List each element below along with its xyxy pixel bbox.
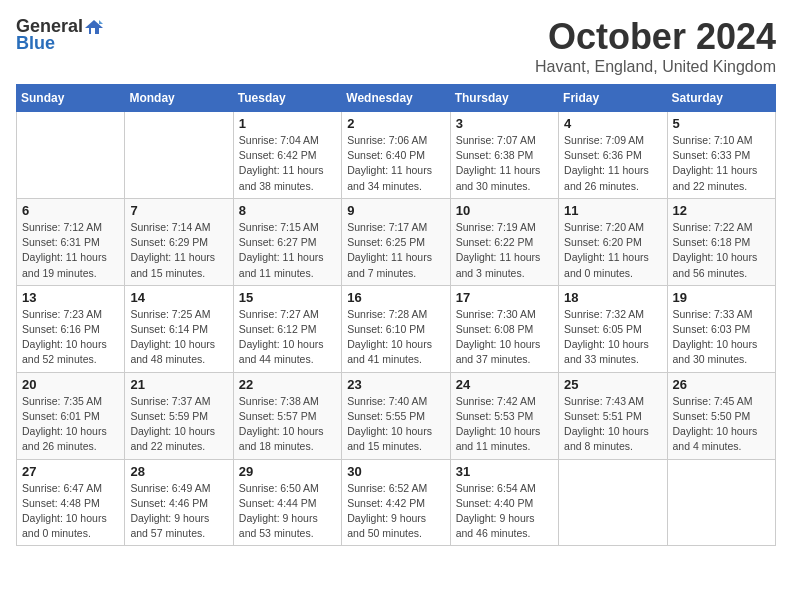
calendar-cell: 28Sunrise: 6:49 AMSunset: 4:46 PMDayligh… <box>125 459 233 546</box>
day-info: Sunrise: 7:23 AMSunset: 6:16 PMDaylight:… <box>22 307 119 368</box>
day-info: Sunrise: 6:50 AMSunset: 4:44 PMDaylight:… <box>239 481 336 542</box>
calendar-cell: 14Sunrise: 7:25 AMSunset: 6:14 PMDayligh… <box>125 285 233 372</box>
day-info: Sunrise: 7:09 AMSunset: 6:36 PMDaylight:… <box>564 133 661 194</box>
day-info: Sunrise: 7:35 AMSunset: 6:01 PMDaylight:… <box>22 394 119 455</box>
calendar-cell: 9Sunrise: 7:17 AMSunset: 6:25 PMDaylight… <box>342 198 450 285</box>
day-number: 12 <box>673 203 770 218</box>
header-thursday: Thursday <box>450 85 558 112</box>
month-title: October 2024 <box>535 16 776 58</box>
day-info: Sunrise: 7:33 AMSunset: 6:03 PMDaylight:… <box>673 307 770 368</box>
logo-blue-text: Blue <box>16 33 55 54</box>
header-monday: Monday <box>125 85 233 112</box>
calendar-cell: 22Sunrise: 7:38 AMSunset: 5:57 PMDayligh… <box>233 372 341 459</box>
day-number: 9 <box>347 203 444 218</box>
calendar-cell: 15Sunrise: 7:27 AMSunset: 6:12 PMDayligh… <box>233 285 341 372</box>
calendar-table: SundayMondayTuesdayWednesdayThursdayFrid… <box>16 84 776 546</box>
day-number: 25 <box>564 377 661 392</box>
day-number: 5 <box>673 116 770 131</box>
day-info: Sunrise: 7:27 AMSunset: 6:12 PMDaylight:… <box>239 307 336 368</box>
day-info: Sunrise: 7:37 AMSunset: 5:59 PMDaylight:… <box>130 394 227 455</box>
calendar-cell: 20Sunrise: 7:35 AMSunset: 6:01 PMDayligh… <box>17 372 125 459</box>
calendar-cell <box>667 459 775 546</box>
calendar-cell: 27Sunrise: 6:47 AMSunset: 4:48 PMDayligh… <box>17 459 125 546</box>
day-info: Sunrise: 7:20 AMSunset: 6:20 PMDaylight:… <box>564 220 661 281</box>
day-number: 26 <box>673 377 770 392</box>
calendar-cell: 5Sunrise: 7:10 AMSunset: 6:33 PMDaylight… <box>667 112 775 199</box>
day-info: Sunrise: 7:10 AMSunset: 6:33 PMDaylight:… <box>673 133 770 194</box>
day-info: Sunrise: 7:40 AMSunset: 5:55 PMDaylight:… <box>347 394 444 455</box>
day-number: 3 <box>456 116 553 131</box>
calendar-cell: 13Sunrise: 7:23 AMSunset: 6:16 PMDayligh… <box>17 285 125 372</box>
day-info: Sunrise: 6:47 AMSunset: 4:48 PMDaylight:… <box>22 481 119 542</box>
calendar-cell: 2Sunrise: 7:06 AMSunset: 6:40 PMDaylight… <box>342 112 450 199</box>
day-number: 20 <box>22 377 119 392</box>
header-saturday: Saturday <box>667 85 775 112</box>
location-title: Havant, England, United Kingdom <box>535 58 776 76</box>
day-number: 22 <box>239 377 336 392</box>
calendar-cell: 3Sunrise: 7:07 AMSunset: 6:38 PMDaylight… <box>450 112 558 199</box>
calendar-cell: 6Sunrise: 7:12 AMSunset: 6:31 PMDaylight… <box>17 198 125 285</box>
day-info: Sunrise: 7:30 AMSunset: 6:08 PMDaylight:… <box>456 307 553 368</box>
calendar-cell: 8Sunrise: 7:15 AMSunset: 6:27 PMDaylight… <box>233 198 341 285</box>
day-number: 30 <box>347 464 444 479</box>
calendar-cell: 30Sunrise: 6:52 AMSunset: 4:42 PMDayligh… <box>342 459 450 546</box>
calendar-week-row: 13Sunrise: 7:23 AMSunset: 6:16 PMDayligh… <box>17 285 776 372</box>
day-info: Sunrise: 7:43 AMSunset: 5:51 PMDaylight:… <box>564 394 661 455</box>
calendar-cell: 11Sunrise: 7:20 AMSunset: 6:20 PMDayligh… <box>559 198 667 285</box>
header-friday: Friday <box>559 85 667 112</box>
calendar-header-row: SundayMondayTuesdayWednesdayThursdayFrid… <box>17 85 776 112</box>
day-info: Sunrise: 7:14 AMSunset: 6:29 PMDaylight:… <box>130 220 227 281</box>
day-number: 24 <box>456 377 553 392</box>
calendar-week-row: 6Sunrise: 7:12 AMSunset: 6:31 PMDaylight… <box>17 198 776 285</box>
day-number: 17 <box>456 290 553 305</box>
day-number: 8 <box>239 203 336 218</box>
day-number: 11 <box>564 203 661 218</box>
day-number: 19 <box>673 290 770 305</box>
calendar-cell: 29Sunrise: 6:50 AMSunset: 4:44 PMDayligh… <box>233 459 341 546</box>
day-info: Sunrise: 6:54 AMSunset: 4:40 PMDaylight:… <box>456 481 553 542</box>
day-info: Sunrise: 7:28 AMSunset: 6:10 PMDaylight:… <box>347 307 444 368</box>
day-info: Sunrise: 7:42 AMSunset: 5:53 PMDaylight:… <box>456 394 553 455</box>
day-info: Sunrise: 7:22 AMSunset: 6:18 PMDaylight:… <box>673 220 770 281</box>
calendar-cell: 26Sunrise: 7:45 AMSunset: 5:50 PMDayligh… <box>667 372 775 459</box>
calendar-cell: 21Sunrise: 7:37 AMSunset: 5:59 PMDayligh… <box>125 372 233 459</box>
svg-marker-1 <box>99 20 103 24</box>
header-sunday: Sunday <box>17 85 125 112</box>
day-info: Sunrise: 7:32 AMSunset: 6:05 PMDaylight:… <box>564 307 661 368</box>
calendar-cell: 25Sunrise: 7:43 AMSunset: 5:51 PMDayligh… <box>559 372 667 459</box>
day-info: Sunrise: 7:45 AMSunset: 5:50 PMDaylight:… <box>673 394 770 455</box>
day-info: Sunrise: 7:25 AMSunset: 6:14 PMDaylight:… <box>130 307 227 368</box>
calendar-cell: 18Sunrise: 7:32 AMSunset: 6:05 PMDayligh… <box>559 285 667 372</box>
calendar-week-row: 20Sunrise: 7:35 AMSunset: 6:01 PMDayligh… <box>17 372 776 459</box>
day-number: 10 <box>456 203 553 218</box>
day-number: 23 <box>347 377 444 392</box>
day-number: 21 <box>130 377 227 392</box>
calendar-week-row: 1Sunrise: 7:04 AMSunset: 6:42 PMDaylight… <box>17 112 776 199</box>
day-number: 29 <box>239 464 336 479</box>
header-wednesday: Wednesday <box>342 85 450 112</box>
calendar-cell <box>559 459 667 546</box>
header-tuesday: Tuesday <box>233 85 341 112</box>
title-area: October 2024 Havant, England, United Kin… <box>535 16 776 76</box>
day-info: Sunrise: 6:49 AMSunset: 4:46 PMDaylight:… <box>130 481 227 542</box>
day-number: 28 <box>130 464 227 479</box>
day-info: Sunrise: 7:19 AMSunset: 6:22 PMDaylight:… <box>456 220 553 281</box>
day-number: 1 <box>239 116 336 131</box>
calendar-week-row: 27Sunrise: 6:47 AMSunset: 4:48 PMDayligh… <box>17 459 776 546</box>
calendar-cell: 17Sunrise: 7:30 AMSunset: 6:08 PMDayligh… <box>450 285 558 372</box>
logo-bird-icon <box>85 18 103 36</box>
calendar-cell: 24Sunrise: 7:42 AMSunset: 5:53 PMDayligh… <box>450 372 558 459</box>
calendar-cell <box>17 112 125 199</box>
day-number: 6 <box>22 203 119 218</box>
calendar-cell: 16Sunrise: 7:28 AMSunset: 6:10 PMDayligh… <box>342 285 450 372</box>
calendar-cell: 10Sunrise: 7:19 AMSunset: 6:22 PMDayligh… <box>450 198 558 285</box>
calendar-cell <box>125 112 233 199</box>
day-info: Sunrise: 7:12 AMSunset: 6:31 PMDaylight:… <box>22 220 119 281</box>
day-info: Sunrise: 7:15 AMSunset: 6:27 PMDaylight:… <box>239 220 336 281</box>
day-number: 14 <box>130 290 227 305</box>
day-number: 13 <box>22 290 119 305</box>
day-number: 31 <box>456 464 553 479</box>
calendar-cell: 7Sunrise: 7:14 AMSunset: 6:29 PMDaylight… <box>125 198 233 285</box>
day-info: Sunrise: 7:04 AMSunset: 6:42 PMDaylight:… <box>239 133 336 194</box>
day-number: 16 <box>347 290 444 305</box>
